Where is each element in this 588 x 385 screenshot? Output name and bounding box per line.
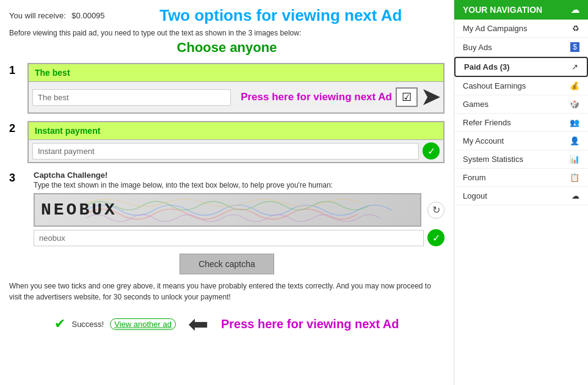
press-here-label: Press here for viewing next Ad: [241, 91, 392, 103]
option2-input-row: ✓: [29, 140, 443, 162]
check-icon-captcha: ✓: [427, 229, 445, 246]
success-text: Success!: [71, 320, 104, 329]
option2-label: Instant payment: [29, 122, 443, 140]
nav-item-games[interactable]: Games 🎲: [454, 95, 588, 114]
sidebar: YOUR NAVIGATION ☁ My Ad Campaigns ♻ Buy …: [454, 0, 588, 385]
captcha-refresh-button[interactable]: ↻: [427, 202, 445, 219]
nav-icon-refer-friends: 👥: [570, 118, 579, 127]
nav-label-forum: Forum: [463, 173, 486, 182]
nav-item-buy-ads[interactable]: Buy Ads $: [454, 38, 588, 57]
option1-row: 1 The best Press here for viewing next A…: [9, 63, 445, 114]
nav-label-games: Games: [463, 100, 488, 109]
captcha-section: 3 Captcha Challenge! Type the text shown…: [9, 170, 445, 246]
captcha-display-text: NEOBUX: [35, 200, 117, 219]
captcha-number: 3: [9, 170, 21, 185]
option1-label: The best: [29, 64, 443, 82]
nav-item-refer-friends[interactable]: Refer Friends 👥: [454, 114, 588, 132]
subtitle: Before viewing this paid ad, you need to…: [9, 29, 445, 37]
nav-item-forum[interactable]: Forum 📋: [454, 169, 588, 187]
nav-icon-paid-ads: ↗: [572, 62, 578, 72]
nav-title: YOUR NAVIGATION: [463, 5, 542, 15]
receive-amount: $0.00095: [71, 11, 104, 20]
option2-number: 2: [9, 121, 21, 135]
option1-number: 1: [9, 63, 21, 77]
nav-icon-buy-ads: $: [570, 42, 579, 52]
header-row: You will receive: $0.00095 Two options f…: [9, 6, 445, 25]
nav-label-cashout: Cashout Earnings: [463, 81, 526, 90]
captcha-image: NEOBUX: [34, 193, 421, 227]
main-title: Two options for viewing next Ad: [117, 6, 445, 25]
option1-input-row: Press here for viewing next Ad ☑ ➤: [29, 82, 443, 112]
press-next-label: Press here for viewing next Ad: [221, 317, 399, 331]
option1-box: The best Press here for viewing next Ad …: [27, 63, 445, 114]
nav-item-system-statistics[interactable]: System Statistics 📊: [454, 150, 588, 169]
nav-header-icon: ☁: [571, 5, 579, 15]
nav-item-my-ad-campaigns[interactable]: My Ad Campaigns ♻: [454, 20, 588, 38]
nav-icon-games: 🎲: [570, 100, 579, 109]
option2-box: Instant payment ✓: [27, 121, 445, 163]
nav-label-refer-friends: Refer Friends: [463, 118, 511, 127]
captcha-desc: Type the text shown in the image below, …: [34, 181, 445, 189]
nav-icon-my-ad-campaigns: ♻: [572, 24, 579, 33]
captcha-content: Captcha Challenge! Type the text shown i…: [34, 170, 445, 246]
nav-label-logout: Logout: [463, 191, 487, 200]
option2-row: 2 Instant payment ✓: [9, 121, 445, 163]
press-here-button[interactable]: ☑: [396, 87, 418, 107]
captcha-input[interactable]: [34, 230, 424, 246]
nav-label-my-account: My Account: [463, 136, 504, 145]
nav-item-paid-ads[interactable]: Paid Ads (3) ↗: [454, 57, 588, 77]
bottom-note: When you see two ticks and one grey abov…: [9, 280, 445, 302]
big-arrow-left-icon: ⬅: [188, 310, 209, 338]
main-content: You will receive: $0.00095 Two options f…: [0, 0, 454, 385]
check-captcha-button[interactable]: Check captcha: [180, 254, 274, 274]
nav-icon-my-account: 👤: [570, 136, 579, 145]
captcha-with-number: 3 Captcha Challenge! Type the text shown…: [9, 170, 445, 246]
option1-input[interactable]: [32, 89, 231, 106]
nav-label-system-statistics: System Statistics: [463, 155, 523, 164]
nav-item-logout[interactable]: Logout ☁: [454, 187, 588, 205]
arrow-right-icon: ➤: [421, 84, 440, 110]
nav-icon-cashout: 💰: [570, 81, 579, 90]
captcha-title: Captcha Challenge!: [34, 170, 445, 180]
you-will-receive: You will receive: $0.00095: [9, 11, 105, 20]
check-icon-2: ✓: [423, 142, 440, 160]
nav-icon-forum: 📋: [570, 173, 579, 182]
nav-header: YOUR NAVIGATION ☁: [454, 0, 588, 20]
nav-label-my-ad-campaigns: My Ad Campaigns: [463, 24, 528, 33]
success-check-icon: ✔: [54, 316, 65, 332]
choose-anyone: Choose anyone: [9, 40, 445, 56]
receive-label: You will receive:: [9, 11, 66, 20]
view-another-link[interactable]: View another ad: [110, 318, 176, 330]
nav-label-paid-ads: Paid Ads (3): [464, 62, 510, 72]
nav-icon-system-statistics: 📊: [570, 155, 579, 164]
checkbox-icon: ☑: [402, 90, 412, 104]
captcha-input-row: ✓: [34, 229, 445, 246]
option2-input[interactable]: [32, 143, 419, 160]
nav-item-cashout[interactable]: Cashout Earnings 💰: [454, 77, 588, 95]
success-row: ✔ Success! View another ad ⬅ Press here …: [9, 310, 445, 338]
nav-icon-logout: ☁: [572, 191, 579, 200]
nav-item-my-account[interactable]: My Account 👤: [454, 132, 588, 150]
nav-label-buy-ads: Buy Ads: [463, 43, 492, 52]
